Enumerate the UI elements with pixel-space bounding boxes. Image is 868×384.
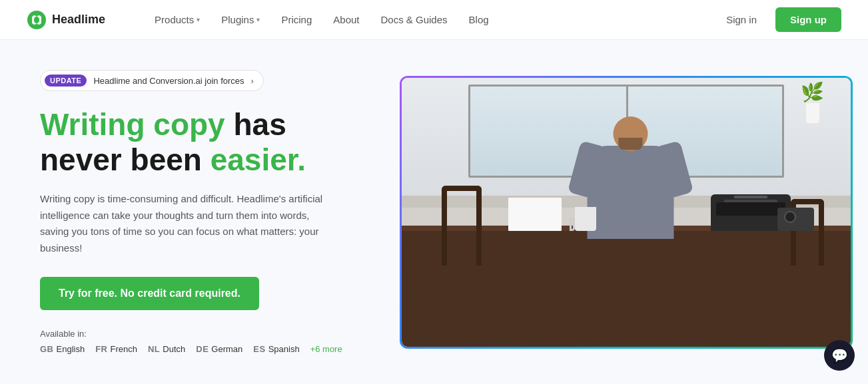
- cta-button[interactable]: Try for free. No credit card required.: [40, 277, 259, 310]
- lang-spanish: ES Spanish: [253, 344, 299, 354]
- sign-up-button[interactable]: Sign up: [775, 7, 841, 32]
- headline-green1: Writing copy: [40, 107, 225, 142]
- hero-headline: Writing copy has never been easier.: [40, 107, 360, 178]
- plant: 🌿: [801, 81, 824, 123]
- person-body: [588, 146, 674, 239]
- headline-dark1: has: [225, 107, 286, 142]
- camera: [777, 208, 814, 231]
- hero-image: 🌿: [400, 76, 853, 349]
- chevron-down-icon: ▾: [256, 16, 260, 23]
- nav-item-about[interactable]: About: [324, 9, 368, 31]
- logo-text: Headlime: [52, 13, 105, 27]
- nav-right: Sign in Sign up: [718, 7, 841, 32]
- available-in-label: Available in:: [40, 329, 360, 339]
- hero-left: UPDATE Headlime and Conversion.ai join f…: [40, 70, 360, 354]
- nav-item-blog[interactable]: Blog: [460, 9, 498, 31]
- nav-item-products[interactable]: Products ▾: [145, 9, 209, 31]
- typewriter-paper-top: [734, 196, 767, 198]
- logo[interactable]: Headlime: [27, 10, 105, 30]
- chair-left: [442, 186, 482, 266]
- svg-point-1: [34, 17, 39, 23]
- cup-handle: [570, 218, 575, 231]
- typewriter-keys: [716, 202, 785, 216]
- nav-item-docs[interactable]: Docs & Guides: [372, 9, 457, 31]
- update-text: Headlime and Conversion.ai join forces: [93, 76, 244, 86]
- headline-dark2: never been: [40, 142, 211, 177]
- scene-bg: 🌿: [402, 78, 851, 347]
- lang-english: GB English: [40, 344, 85, 354]
- cup: [575, 207, 596, 231]
- person: [588, 116, 674, 239]
- nav-links: Products ▾ Plugins ▾ Pricing About Docs …: [145, 9, 718, 31]
- chat-bubble[interactable]: 💬: [824, 340, 855, 371]
- beard: [619, 138, 643, 150]
- lang-french: FR French: [95, 344, 137, 354]
- languages-list: GB English FR French NL Dutch DE German …: [40, 344, 360, 354]
- nav-item-plugins[interactable]: Plugins ▾: [212, 9, 269, 31]
- nav-item-pricing[interactable]: Pricing: [272, 9, 321, 31]
- chevron-right-icon: ›: [251, 76, 254, 86]
- chevron-down-icon: ▾: [197, 16, 200, 23]
- chat-icon: 💬: [831, 347, 848, 363]
- more-languages-link[interactable]: +6 more: [310, 344, 342, 354]
- logo-icon: [27, 10, 47, 30]
- sign-in-link[interactable]: Sign in: [718, 9, 765, 31]
- hero-description: Writing copy is time-consuming and diffi…: [40, 191, 340, 257]
- camera-lens: [784, 211, 796, 223]
- person-head: [614, 116, 648, 151]
- lang-dutch: NL Dutch: [148, 344, 185, 354]
- hero-right: 🌿: [400, 76, 853, 349]
- paper: [508, 198, 562, 231]
- lang-german: DE German: [196, 344, 242, 354]
- navbar: Headlime Products ▾ Plugins ▾ Pricing Ab…: [0, 0, 868, 40]
- headline-green2: easier.: [211, 142, 306, 177]
- update-banner[interactable]: UPDATE Headlime and Conversion.ai join f…: [40, 70, 264, 91]
- hero-section: UPDATE Headlime and Conversion.ai join f…: [0, 40, 868, 384]
- plant-pot: [806, 103, 819, 123]
- update-badge: UPDATE: [45, 75, 87, 87]
